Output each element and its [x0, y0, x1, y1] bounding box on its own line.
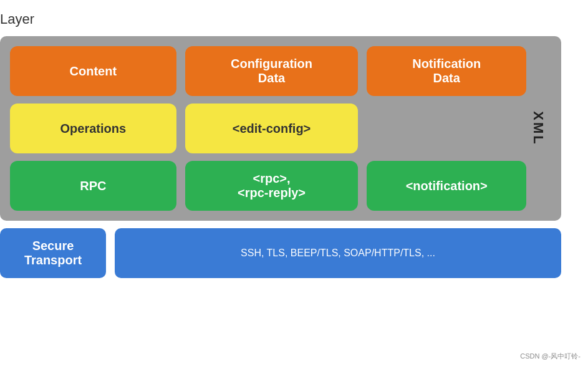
bottom-row: Secure Transport SSH, TLS, BEEP/TLS, SOA…	[0, 228, 561, 278]
notification-data-cell: Notification Data	[367, 46, 526, 96]
row-green: RPC <rpc>, <rpc-reply> <notification>	[10, 161, 551, 211]
operations-cell: Operations	[10, 104, 176, 153]
row-orange: Content Configuration Data Notification …	[10, 46, 551, 96]
content-cell: Content	[10, 46, 176, 96]
xml-label: XML	[529, 111, 546, 145]
edit-config-cell: <edit-config>	[185, 104, 359, 153]
config-data-cell: Configuration Data	[185, 46, 359, 96]
rpc-reply-cell: <rpc>, <rpc-reply>	[185, 161, 359, 211]
watermark: CSDN @-风中叮铃-	[520, 352, 581, 360]
rpc-cell: RPC	[10, 161, 176, 211]
layer-label: Layer	[0, 11, 561, 27]
notification-cell: <notification>	[367, 161, 526, 211]
secure-transport-cell: Secure Transport	[0, 228, 106, 278]
gray-box: Content Configuration Data Notification …	[0, 36, 561, 221]
protocols-cell: SSH, TLS, BEEP/TLS, SOAP/HTTP/TLS, ...	[115, 228, 561, 278]
row-yellow: Operations <edit-config>	[10, 104, 551, 153]
empty-cell	[367, 104, 526, 153]
